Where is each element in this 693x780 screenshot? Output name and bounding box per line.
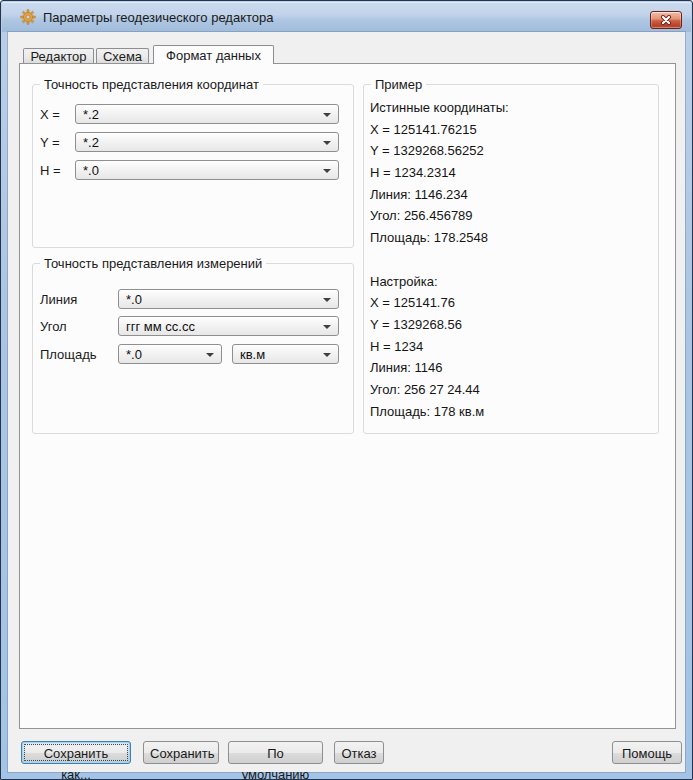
chevron-down-icon [323, 113, 331, 117]
default-button[interactable]: По умолчанию [228, 741, 323, 764]
example-line: Угол: 256.456789 [370, 205, 654, 227]
close-button[interactable] [650, 11, 682, 29]
combo-y-precision[interactable]: *.2 [75, 132, 339, 152]
gear-icon [20, 9, 36, 25]
combo-area-precision[interactable]: *.0 [118, 344, 222, 364]
example-line: Площадь: 178 кв.м [370, 401, 654, 423]
chevron-down-icon [323, 325, 331, 329]
tab-editor[interactable]: Редактор [23, 48, 94, 64]
chevron-down-icon [206, 353, 214, 357]
label-y: Y = [40, 135, 60, 150]
example-line: Площадь: 178.2548 [370, 227, 654, 249]
tab-data-format[interactable]: Формат данных [153, 45, 274, 64]
save-button[interactable]: Сохранить [143, 741, 219, 764]
group-title: Пример [371, 77, 426, 92]
example-line: Линия: 1146 [370, 357, 654, 379]
combo-value: *.0 [83, 163, 318, 178]
help-button[interactable]: Помощь [612, 741, 682, 764]
combo-x-precision[interactable]: *.2 [75, 104, 339, 124]
example-line: X = 125141.76 [370, 292, 654, 314]
window-title: Параметры геодезического редактора [43, 10, 273, 25]
combo-area-unit[interactable]: кв.м [232, 344, 339, 364]
group-title: Точность представления координат [40, 77, 263, 92]
chevron-down-icon [323, 298, 331, 302]
example-line: Угол: 256 27 24.44 [370, 379, 654, 401]
example-line: Линия: 1146.234 [370, 184, 654, 206]
group-coordinate-precision: Точность представления координат X = *.2… [32, 84, 354, 248]
group-title: Точность представления измерений [40, 256, 266, 271]
example-line: Истинные координаты: [370, 97, 654, 119]
example-text: Истинные координаты: X = 125141.76215 Y … [370, 97, 654, 422]
tab-scheme[interactable]: Схема [96, 48, 149, 64]
combo-value: кв.м [240, 347, 318, 362]
dialog-window: Параметры геодезического редактора Редак… [0, 0, 693, 780]
combo-angle-format[interactable]: ггг мм сс.сс [118, 316, 339, 336]
titlebar[interactable]: Параметры геодезического редактора [2, 2, 691, 32]
label-angle: Угол [40, 319, 67, 334]
tab-page-data-format: Точность представления координат X = *.2… [19, 63, 676, 729]
close-icon [660, 15, 672, 25]
combo-value: *.0 [126, 292, 318, 307]
example-line: H = 1234 [370, 336, 654, 358]
example-line: H = 1234.2314 [370, 162, 654, 184]
group-measurement-precision: Точность представления измерений Линия *… [32, 263, 354, 434]
example-line: X = 125141.76215 [370, 119, 654, 141]
combo-h-precision[interactable]: *.0 [75, 160, 339, 180]
example-line: Y = 1329268.56 [370, 314, 654, 336]
combo-value: *.2 [83, 107, 318, 122]
chevron-down-icon [323, 141, 331, 145]
example-spacer [370, 249, 654, 271]
group-example: Пример Истинные координаты: X = 125141.7… [363, 84, 659, 434]
combo-line-precision[interactable]: *.0 [118, 289, 339, 309]
chevron-down-icon [323, 353, 331, 357]
example-line: Настройка: [370, 271, 654, 293]
label-area: Площадь [40, 347, 97, 362]
chevron-down-icon [323, 169, 331, 173]
combo-value: *.0 [126, 347, 201, 362]
label-line: Линия [40, 292, 77, 307]
combo-value: *.2 [83, 135, 318, 150]
save-as-button[interactable]: Сохранить как... [21, 741, 131, 764]
example-line: Y = 1329268.56252 [370, 140, 654, 162]
dialog-client-area: Редактор Схема Формат данных Точность пр… [8, 32, 685, 772]
label-h: H = [40, 163, 61, 178]
label-x: X = [40, 107, 60, 122]
combo-value: ггг мм сс.сс [126, 319, 318, 334]
cancel-button[interactable]: Отказ [334, 741, 384, 764]
